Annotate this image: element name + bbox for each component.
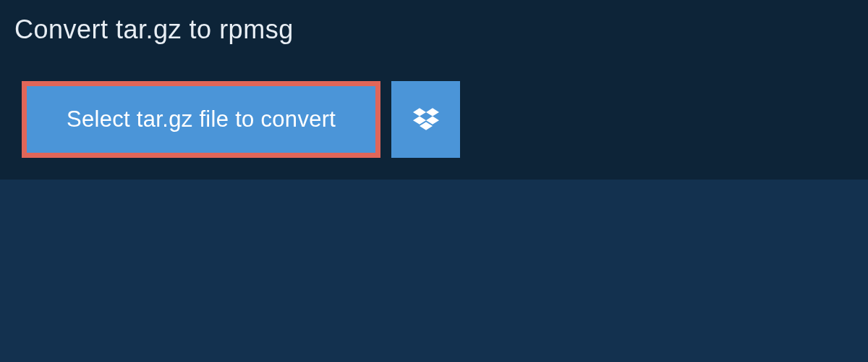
select-file-button[interactable]: Select tar.gz file to convert [27, 86, 375, 153]
select-button-label: Select tar.gz file to convert [67, 106, 336, 132]
dropbox-button[interactable] [391, 81, 460, 158]
dropbox-icon [412, 105, 441, 134]
page-title: Convert tar.gz to rpmsg [14, 14, 846, 45]
title-bar: Convert tar.gz to rpmsg [0, 0, 868, 59]
main-panel: Select tar.gz file to convert [0, 59, 868, 180]
select-button-highlight: Select tar.gz file to convert [22, 81, 380, 158]
